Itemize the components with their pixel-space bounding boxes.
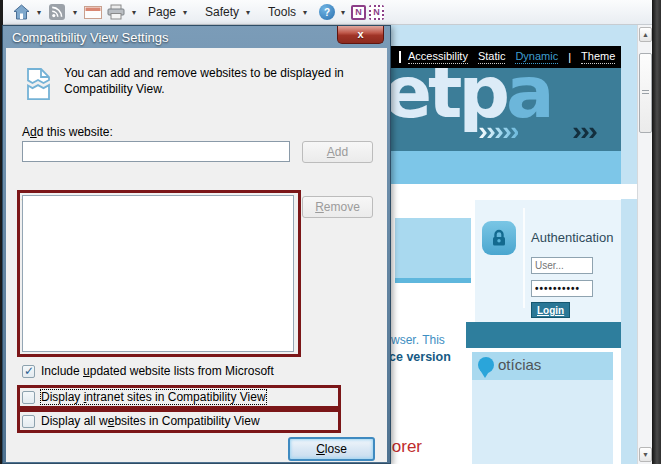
cb3-pre: Display all w xyxy=(41,414,108,428)
add-button-post: dd xyxy=(335,145,348,159)
checkbox-all-websites[interactable] xyxy=(22,415,35,428)
nav-link-static[interactable]: Static xyxy=(478,50,506,64)
safety-menu-dropdown-icon: ▾ xyxy=(243,8,253,17)
cb1-accesskey: u xyxy=(83,364,90,378)
add-label-pre: A xyxy=(22,125,30,139)
feeds-dropdown-icon[interactable]: ▾ xyxy=(70,8,80,17)
scroll-up-arrow-icon[interactable]: ▲ xyxy=(639,27,652,42)
dialog-title: Compatibility View Settings xyxy=(12,30,169,45)
add-label-post: d this website: xyxy=(37,125,113,139)
close-button[interactable]: Close xyxy=(288,437,375,461)
lock-icon xyxy=(482,221,516,255)
auth-divider xyxy=(523,208,525,308)
chevrons-light-icon: ››››› xyxy=(478,118,518,144)
page-menu-label: Page xyxy=(148,5,176,19)
login-button[interactable]: Login xyxy=(531,302,570,318)
close-button-post: lose xyxy=(325,442,347,456)
nav-separator: | xyxy=(568,51,571,63)
checkbox-row-intranet: Display intranet sites in Compatibility … xyxy=(22,389,266,405)
print-icon[interactable] xyxy=(106,2,126,22)
help-icon[interactable]: ? xyxy=(319,4,335,20)
page-text-fragment-1: wser. This xyxy=(391,333,445,347)
onenote-linked-notes-icon[interactable]: N xyxy=(369,5,384,20)
auth-title: Authentication xyxy=(531,230,613,245)
password-field[interactable] xyxy=(531,280,593,297)
compatibility-view-icon xyxy=(23,67,55,104)
news-balloon-icon xyxy=(478,357,494,373)
compatibility-view-settings-dialog: Compatibility View Settings x You can ad… xyxy=(2,25,391,464)
window-right-edge xyxy=(652,0,661,464)
page-menu-button[interactable]: Page ▾ xyxy=(142,2,196,23)
tools-menu-button[interactable]: Tools ▾ xyxy=(262,2,316,23)
tools-menu-label: Tools xyxy=(268,5,296,19)
nav-link-theme[interactable]: Theme xyxy=(581,50,615,64)
nav-link-accessibility[interactable]: Accessibility xyxy=(408,50,468,64)
page-text-fragment-3: lorer xyxy=(388,437,422,457)
site-menu-box[interactable] xyxy=(395,218,471,283)
remove-button-post: emove xyxy=(324,200,360,214)
feeds-icon[interactable] xyxy=(47,2,67,22)
add-label-accesskey: d xyxy=(30,125,37,139)
nav-divider xyxy=(399,51,401,63)
add-button[interactable]: Add xyxy=(302,141,373,163)
news-section-header: otícias xyxy=(472,352,613,380)
checkbox-intranet-sites-label[interactable]: Display intranet sites in Compatibility … xyxy=(41,390,266,404)
nav-link-dynamic[interactable]: Dynamic xyxy=(515,50,558,64)
websites-list-box[interactable] xyxy=(22,195,294,352)
scrollbar-thumb[interactable] xyxy=(639,53,652,133)
browser-command-bar: ▾ ▾ ▾ Page ▾ Safety ▾ Tools ▾ ? ▾ N N xyxy=(3,0,652,25)
username-field[interactable] xyxy=(531,257,593,274)
page-text-fragment-2: ce version xyxy=(389,350,451,364)
checkbox-all-websites-label[interactable]: Display all websites in Compatibility Vi… xyxy=(41,414,260,428)
scroll-down-arrow-icon[interactable]: ▼ xyxy=(639,447,652,462)
tools-menu-dropdown-icon: ▾ xyxy=(300,8,310,17)
print-dropdown-icon[interactable]: ▾ xyxy=(129,8,139,17)
dialog-titlebar[interactable]: Compatibility View Settings x xyxy=(6,26,387,48)
add-website-label: Add this website: xyxy=(22,125,113,139)
cb1-pre: Include xyxy=(41,364,83,378)
home-icon[interactable] xyxy=(11,2,31,22)
site-content-corner xyxy=(621,184,637,199)
cb2-post: ntranet sites in Compatibility View xyxy=(86,390,265,404)
add-button-accesskey: A xyxy=(327,145,335,159)
news-title: otícias xyxy=(498,356,541,373)
close-button-accesskey: C xyxy=(316,442,325,456)
dialog-description: You can add and remove websites to be di… xyxy=(64,65,364,97)
chevrons-dark-icon: ››› xyxy=(572,118,596,144)
checkbox-updated-lists[interactable] xyxy=(22,365,35,378)
onenote-send-icon[interactable]: N xyxy=(351,5,366,20)
checkbox-row-all-websites: Display all websites in Compatibility Vi… xyxy=(22,413,260,429)
remove-button-accesskey: R xyxy=(315,200,324,214)
cb1-post: pdated website lists from Microsoft xyxy=(90,364,274,378)
page-menu-dropdown-icon: ▾ xyxy=(180,8,190,17)
dialog-body: You can add and remove websites to be di… xyxy=(6,48,387,462)
help-dropdown-icon[interactable]: ▾ xyxy=(338,8,348,17)
checkbox-updated-lists-label[interactable]: Include updated website lists from Micro… xyxy=(41,364,274,378)
home-dropdown-icon[interactable]: ▾ xyxy=(34,8,44,17)
safety-menu-label: Safety xyxy=(205,5,239,19)
remove-button[interactable]: Remove xyxy=(302,196,373,218)
checkbox-row-updated-lists: Include updated website lists from Micro… xyxy=(22,363,274,379)
close-icon[interactable]: x xyxy=(337,26,384,44)
scrollbar-grip-icon xyxy=(642,90,649,96)
safety-menu-button[interactable]: Safety ▾ xyxy=(199,2,259,23)
news-content-box xyxy=(472,380,613,464)
section-divider-bar xyxy=(466,322,621,348)
cb2-pre: Display xyxy=(41,390,84,404)
cb3-post: bsites in Compatibility View xyxy=(114,414,259,428)
page-scrollbar[interactable]: ▲ ▼ xyxy=(637,25,652,464)
add-website-input[interactable] xyxy=(22,141,290,162)
checkbox-intranet-sites[interactable] xyxy=(22,391,35,404)
read-mail-icon[interactable] xyxy=(83,2,103,22)
